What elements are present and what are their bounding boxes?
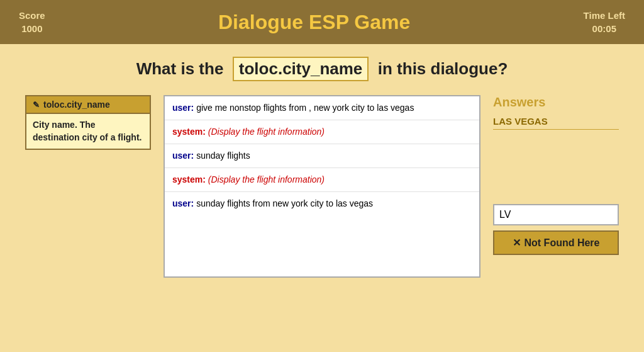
dialogue-line: system: (Display the flight information) (165, 168, 479, 192)
content-row: ✎ toloc.city_name City name. The destina… (25, 95, 619, 278)
slot-icon: ✎ (33, 100, 40, 110)
question-suffix: in this dialogue? (378, 59, 508, 78)
right-panel: Answers LAS VEGAS ✕ Not Found Here (493, 95, 619, 255)
question-prefix: What is the (136, 59, 224, 78)
not-found-icon: ✕ (513, 237, 521, 249)
game-title: Dialogue ESP Game (218, 11, 410, 34)
speaker-user-2: user: (172, 150, 194, 161)
slot-description: City name. The destination city of a fli… (25, 114, 151, 150)
answers-title: Answers (493, 95, 619, 110)
question-term: toloc.city_name (233, 57, 369, 81)
answer-item: LAS VEGAS (493, 116, 619, 130)
left-panel: ✎ toloc.city_name City name. The destina… (25, 95, 151, 150)
time-label: Time Left (584, 9, 625, 22)
answer-input[interactable] (493, 204, 619, 225)
dialogue-text-2: (Display the flight information) (208, 127, 325, 137)
dialogue-text-4: (Display the flight information) (208, 174, 325, 185)
dialogue-box[interactable]: user: give me nonstop flights from , new… (164, 95, 480, 278)
score-display: Score 1000 (19, 9, 45, 35)
score-label: Score (19, 9, 45, 22)
question: What is the toloc.city_name in this dial… (25, 57, 619, 81)
not-found-label: Not Found Here (525, 237, 600, 249)
speaker-user-1: user: (172, 103, 194, 113)
slot-label: ✎ toloc.city_name (25, 95, 151, 114)
dialogue-line: system: (Display the flight information) (165, 120, 479, 144)
time-value: 00:05 (584, 22, 625, 35)
dialogue-text-3: sunday flights (196, 150, 250, 161)
main-content: What is the toloc.city_name in this dial… (0, 44, 644, 290)
speaker-user-3: user: (172, 198, 194, 208)
header: Score 1000 Dialogue ESP Game Time Left 0… (0, 0, 644, 44)
dialogue-text-1: give me nonstop flights from , new york … (196, 103, 414, 113)
slot-name: toloc.city_name (43, 99, 110, 110)
dialogue-line: user: sunday flights from new york city … (165, 192, 479, 215)
speaker-system-1: system: (172, 127, 206, 137)
dialogue-text-5: sunday flights from new york city to las… (196, 198, 373, 208)
not-found-button[interactable]: ✕ Not Found Here (493, 230, 619, 255)
score-value: 1000 (19, 22, 45, 35)
dialogue-line: user: sunday flights (165, 144, 479, 168)
speaker-system-2: system: (172, 174, 206, 185)
time-display: Time Left 00:05 (584, 9, 625, 35)
dialogue-line: user: give me nonstop flights from , new… (165, 96, 479, 120)
